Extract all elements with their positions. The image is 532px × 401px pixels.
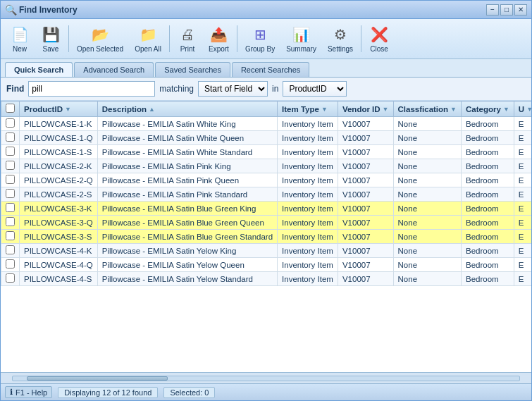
row-category: Bedroom (462, 131, 514, 145)
row-product-id: PILLOWCASE-4-K (20, 244, 98, 258)
row-checkbox[interactable] (6, 118, 15, 128)
tab-advanced-search[interactable]: Advanced Search (74, 62, 154, 77)
in-label: in (272, 84, 278, 94)
table-row[interactable]: PILLOWCASE-4-Q Pillowcase - EMILIA Satin… (1, 258, 532, 272)
col-header-product-id[interactable]: ProductID ▼ (20, 101, 98, 117)
row-item-type: Inventory Item (278, 187, 338, 202)
row-product-id: PILLOWCASE-3-Q (20, 216, 98, 230)
matching-select[interactable]: Start of Field Any Part Exact Match (198, 81, 268, 97)
titlebar: 🔍 Find Inventory − □ ✕ (1, 1, 531, 19)
row-checkbox-cell (1, 117, 20, 131)
row-description: Pillowcase - EMILIA Satin Blue Green Que… (97, 216, 277, 230)
tab-quick-search[interactable]: Quick Search (5, 62, 73, 77)
col-category-label: Category (466, 105, 501, 113)
print-label: Print (180, 45, 195, 53)
search-input[interactable] (28, 81, 155, 97)
horizontal-scrollbar[interactable] (1, 372, 531, 383)
col-header-category[interactable]: Category ▼ (462, 101, 514, 117)
row-u: E (514, 202, 531, 216)
help-label: F1 - Help (16, 388, 47, 397)
summary-icon: 📊 (292, 25, 311, 44)
row-category: Bedroom (462, 173, 514, 187)
open-selected-button[interactable]: 📂 Open Selected (72, 22, 128, 56)
close-button[interactable]: ❌ Close (364, 22, 394, 56)
summary-button[interactable]: 📊 Summary (281, 22, 321, 56)
row-description: Pillowcase - EMILIA Satin Yelow Queen (97, 258, 277, 272)
row-checkbox[interactable] (6, 147, 15, 156)
row-u: E (514, 258, 531, 272)
print-button[interactable]: 🖨 Print (173, 22, 202, 56)
table-row[interactable]: PILLOWCASE-3-K Pillowcase - EMILIA Satin… (1, 202, 532, 216)
open-all-button[interactable]: 📁 Open All (130, 22, 166, 56)
group-by-button[interactable]: ⊞ Group By (240, 22, 280, 56)
col-header-vendor-id[interactable]: Vendor ID ▼ (338, 101, 393, 117)
col-header-classification[interactable]: Classfication ▼ (393, 101, 462, 117)
col-header-item-type[interactable]: Item Type ▼ (278, 101, 338, 117)
table-row[interactable]: PILLOWCASE-1-K Pillowcase - EMILIA Satin… (1, 117, 532, 131)
row-checkbox[interactable] (6, 189, 15, 198)
export-button[interactable]: 📤 Export (204, 22, 234, 56)
settings-button[interactable]: ⚙ Settings (323, 22, 358, 56)
row-item-type: Inventory Item (278, 272, 338, 286)
row-product-id: PILLOWCASE-1-S (20, 145, 98, 159)
save-button[interactable]: 💾 Save (36, 22, 66, 56)
table-row[interactable]: PILLOWCASE-3-S Pillowcase - EMILIA Satin… (1, 230, 532, 244)
row-vendor-id: V10007 (338, 159, 393, 173)
minimize-button[interactable]: − (486, 4, 499, 16)
row-classification: None (393, 202, 462, 216)
open-all-icon: 📁 (138, 25, 158, 44)
row-category: Bedroom (462, 230, 514, 244)
table-row[interactable]: PILLOWCASE-4-S Pillowcase - EMILIA Satin… (1, 272, 532, 286)
row-u: E (514, 230, 531, 244)
maximize-button[interactable]: □ (500, 4, 513, 16)
tab-recent-searches[interactable]: Recent Searches (232, 62, 309, 77)
help-button[interactable]: ℹ F1 - Help (5, 386, 52, 398)
row-item-type: Inventory Item (278, 244, 338, 258)
row-checkbox-cell (1, 173, 20, 187)
tab-saved-searches[interactable]: Saved Searches (155, 62, 230, 77)
select-all-checkbox[interactable] (6, 104, 15, 113)
row-checkbox[interactable] (6, 245, 15, 254)
col-header-u[interactable]: U ▼ (514, 101, 531, 117)
table-row[interactable]: PILLOWCASE-2-S Pillowcase - EMILIA Satin… (1, 187, 532, 202)
table-row[interactable]: PILLOWCASE-2-Q Pillowcase - EMILIA Satin… (1, 173, 532, 187)
sort-arrow-u: ▼ (526, 106, 531, 113)
row-description: Pillowcase - EMILIA Satin White Queen (97, 131, 277, 145)
hscroll-track[interactable] (12, 376, 520, 381)
row-checkbox[interactable] (6, 231, 15, 240)
row-checkbox[interactable] (6, 175, 15, 184)
in-select[interactable]: ProductID Description Item Type (283, 81, 347, 97)
close-window-button[interactable]: ✕ (514, 4, 527, 16)
row-checkbox-cell (1, 216, 20, 230)
row-item-type: Inventory Item (278, 173, 338, 187)
row-item-type: Inventory Item (278, 202, 338, 216)
row-checkbox[interactable] (6, 161, 15, 170)
row-checkbox-cell (1, 230, 20, 244)
row-checkbox[interactable] (6, 273, 15, 283)
table-row[interactable]: PILLOWCASE-1-Q Pillowcase - EMILIA Satin… (1, 131, 532, 145)
col-classification-label: Classfication (398, 105, 449, 113)
row-checkbox-cell (1, 272, 20, 286)
table-row[interactable]: PILLOWCASE-3-Q Pillowcase - EMILIA Satin… (1, 216, 532, 230)
row-category: Bedroom (462, 216, 514, 230)
col-header-description[interactable]: Description ▲ (97, 101, 277, 117)
row-checkbox[interactable] (6, 217, 15, 226)
table-row[interactable]: PILLOWCASE-1-S Pillowcase - EMILIA Satin… (1, 145, 532, 159)
table-row[interactable]: PILLOWCASE-2-K Pillowcase - EMILIA Satin… (1, 159, 532, 173)
main-window: 🔍 Find Inventory − □ ✕ 📄 New 💾 Save 📂 Op… (0, 0, 532, 401)
col-u-label: U (519, 105, 524, 113)
row-classification: None (393, 159, 462, 173)
table-row[interactable]: PILLOWCASE-4-K Pillowcase - EMILIA Satin… (1, 244, 532, 258)
row-description: Pillowcase - EMILIA Satin Pink Queen (97, 173, 277, 187)
row-classification: None (393, 216, 462, 230)
row-checkbox[interactable] (6, 259, 15, 269)
row-vendor-id: V10007 (338, 117, 393, 131)
row-u: E (514, 244, 531, 258)
row-checkbox[interactable] (6, 132, 15, 142)
row-category: Bedroom (462, 258, 514, 272)
hscroll-thumb[interactable] (27, 376, 168, 381)
new-button[interactable]: 📄 New (5, 22, 35, 56)
row-checkbox[interactable] (6, 203, 15, 212)
group-by-icon: ⊞ (250, 25, 270, 44)
export-icon: 📤 (209, 25, 228, 44)
